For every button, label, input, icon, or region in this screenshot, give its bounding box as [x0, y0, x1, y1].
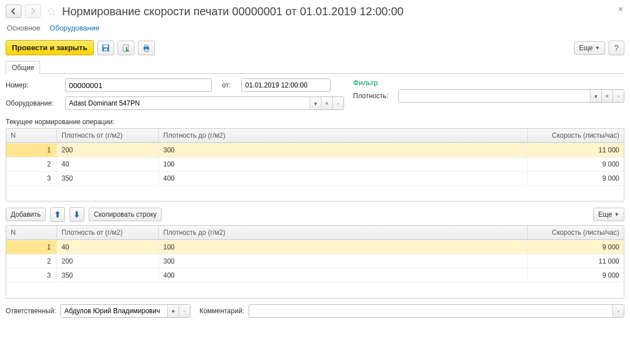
table-row[interactable]: 3 350 400 9 000	[6, 268, 624, 282]
dropdown-icon[interactable]: ▾	[590, 90, 601, 102]
tab-equipment[interactable]: Оборудование	[50, 24, 99, 34]
col-speed[interactable]: Скорость (листы/час)	[528, 226, 624, 239]
density-label: Плотность:	[353, 92, 393, 100]
col-to[interactable]: Плотность до (г/м2)	[159, 129, 528, 142]
date-field[interactable]	[242, 79, 331, 91]
move-down-button[interactable]: ⬇	[69, 207, 84, 222]
comment-field[interactable]	[249, 305, 612, 317]
close-icon[interactable]: ×	[618, 5, 623, 15]
open-icon[interactable]: ▫	[612, 305, 624, 317]
filter-title: Фильтр	[353, 78, 624, 87]
favorite-star-icon[interactable]: ☆	[46, 5, 57, 18]
more-button[interactable]: Еще▼	[574, 41, 605, 55]
open-icon[interactable]: ▫	[332, 97, 344, 109]
equipment-field[interactable]	[66, 97, 310, 109]
svg-rect-5	[145, 45, 148, 47]
col-n[interactable]: N	[6, 226, 57, 239]
col-to[interactable]: Плотность до (г/м2)	[159, 226, 528, 239]
tab-general[interactable]: Общие	[6, 61, 40, 74]
arrow-down-icon: ⬇	[73, 210, 80, 219]
equipment-label: Оборудование:	[6, 99, 59, 107]
dropdown-icon[interactable]: ▾	[167, 305, 179, 317]
col-n[interactable]: N	[6, 129, 57, 142]
nav-back-button[interactable]	[6, 5, 21, 18]
tab-main[interactable]: Основное	[7, 24, 41, 34]
clear-icon[interactable]: ×	[321, 97, 332, 109]
dropdown-icon[interactable]: ▾	[310, 97, 321, 109]
page-title: Нормирование скорости печати 00000001 от…	[62, 5, 403, 18]
table-row[interactable]: 2 200 300 11 000	[6, 254, 624, 268]
svg-rect-6	[145, 49, 148, 51]
chevron-down-icon: ▼	[614, 212, 619, 217]
responsible-label: Ответственный:	[6, 307, 56, 315]
print-icon[interactable]	[138, 41, 155, 55]
more-button-2[interactable]: Еще▼	[593, 208, 624, 221]
from-label: от:	[222, 81, 236, 89]
number-label: Номер:	[6, 81, 59, 89]
open-icon[interactable]: ▫	[179, 305, 190, 317]
svg-rect-2	[104, 49, 107, 51]
svg-rect-1	[103, 45, 108, 47]
table-row[interactable]: 3 350 400 9 000	[6, 171, 624, 185]
nav-forward-button	[25, 5, 41, 18]
chevron-down-icon: ▼	[595, 45, 600, 51]
clear-icon[interactable]: ×	[601, 90, 612, 102]
open-icon[interactable]: ▫	[612, 90, 624, 102]
post-icon[interactable]	[118, 41, 134, 55]
arrow-up-icon: ⬆	[54, 210, 61, 219]
grid-edit[interactable]: N Плотность от (г/м2) Плотность до (г/м2…	[6, 225, 624, 299]
density-filter-field[interactable]	[399, 90, 590, 102]
post-and-close-button[interactable]: Провести и закрыть	[6, 40, 94, 55]
help-button[interactable]: ?	[609, 41, 624, 55]
grid-current[interactable]: N Плотность от (г/м2) Плотность до (г/м2…	[6, 128, 624, 201]
add-button[interactable]: Добавить	[6, 208, 46, 221]
col-from[interactable]: Плотность от (г/м2)	[57, 129, 159, 142]
number-field[interactable]	[65, 78, 212, 92]
current-norm-label: Текущее нормирование операции:	[6, 118, 624, 126]
comment-label: Комментарий:	[199, 307, 244, 315]
move-up-button[interactable]: ⬆	[50, 207, 65, 222]
responsible-field[interactable]	[61, 305, 167, 317]
table-row[interactable]: 1 200 300 11 000	[6, 143, 624, 157]
table-row[interactable]: 2 40 100 9 000	[6, 157, 624, 171]
copy-row-button[interactable]: Скопировать строку	[89, 208, 162, 221]
col-from[interactable]: Плотность от (г/м2)	[57, 226, 159, 239]
table-row[interactable]: 1 40 100 9 000	[6, 240, 624, 254]
col-speed[interactable]: Скорость (листы/час)	[528, 129, 624, 142]
save-icon[interactable]	[97, 41, 114, 55]
